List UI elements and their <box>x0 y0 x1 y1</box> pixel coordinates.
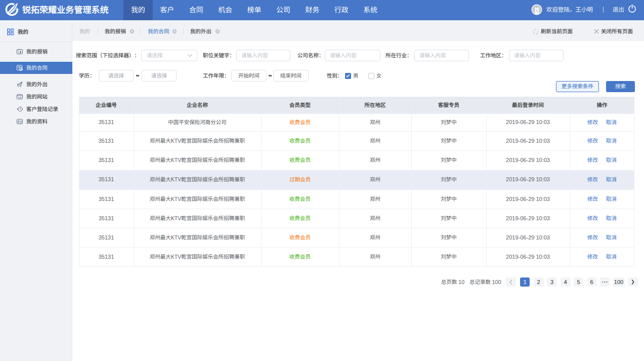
svg-text:4: 4 <box>564 279 567 285</box>
svg-text:35131: 35131 <box>99 215 114 221</box>
svg-text:KTV: KTV <box>171 234 181 240</box>
svg-text:2019-06-29 10:03: 2019-06-29 10:03 <box>506 254 550 260</box>
svg-text:1: 1 <box>523 279 526 285</box>
svg-text:3: 3 <box>550 279 553 285</box>
svg-text:2019-06-29 10:03: 2019-06-29 10:03 <box>506 215 550 221</box>
svg-text:35131: 35131 <box>99 176 114 182</box>
svg-text:35131: 35131 <box>99 196 114 202</box>
svg-text:2019-06-29 10:03: 2019-06-29 10:03 <box>506 196 550 202</box>
svg-text:2019-06-29 10:03: 2019-06-29 10:03 <box>506 157 550 163</box>
svg-text:100: 100 <box>492 279 501 285</box>
svg-text:35131: 35131 <box>99 119 114 125</box>
svg-text:5: 5 <box>577 279 580 285</box>
svg-text:35131: 35131 <box>99 254 114 260</box>
svg-text:KTV: KTV <box>171 157 181 163</box>
svg-text:35131: 35131 <box>99 138 114 144</box>
svg-text:10: 10 <box>458 279 464 285</box>
svg-text:2019-06-29 10:03: 2019-06-29 10:03 <box>506 234 550 240</box>
svg-text:100: 100 <box>614 279 623 285</box>
svg-text:6: 6 <box>590 279 593 285</box>
svg-text:2: 2 <box>537 279 540 285</box>
svg-text:35131: 35131 <box>99 157 114 163</box>
svg-text:35131: 35131 <box>99 234 114 240</box>
svg-text:2019-06-29 10:03: 2019-06-29 10:03 <box>506 176 550 182</box>
svg-text:KTV: KTV <box>171 254 181 260</box>
svg-text:KTV: KTV <box>171 215 181 221</box>
svg-text:KTV: KTV <box>171 176 181 182</box>
svg-text:KTV: KTV <box>171 196 181 202</box>
svg-text:2019-06-29 10:03: 2019-06-29 10:03 <box>506 119 550 125</box>
svg-text:KTV: KTV <box>171 138 181 144</box>
svg-text:2019-06-29 10:03: 2019-06-29 10:03 <box>506 138 550 144</box>
